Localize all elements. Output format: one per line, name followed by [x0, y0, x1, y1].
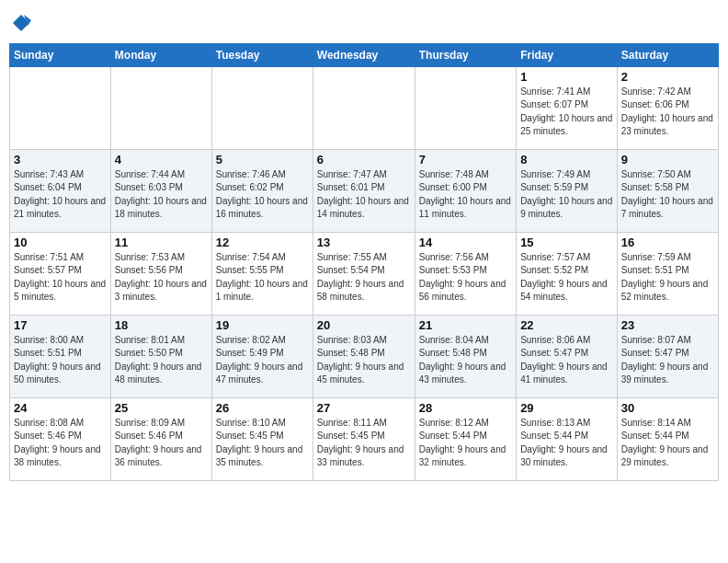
- week-row-1: 1Sunrise: 7:41 AM Sunset: 6:07 PM Daylig…: [10, 66, 719, 149]
- day-number: 15: [520, 236, 613, 249]
- logo: [9, 13, 31, 38]
- calendar-cell: 7Sunrise: 7:48 AM Sunset: 6:00 PM Daylig…: [415, 149, 516, 232]
- day-info: Sunrise: 8:03 AM Sunset: 5:48 PM Dayligh…: [317, 334, 411, 387]
- day-info: Sunrise: 8:13 AM Sunset: 5:44 PM Dayligh…: [520, 417, 613, 470]
- day-info: Sunrise: 8:02 AM Sunset: 5:49 PM Dayligh…: [216, 334, 309, 387]
- calendar-cell: 25Sunrise: 8:09 AM Sunset: 5:46 PM Dayli…: [110, 397, 211, 480]
- day-number: 18: [115, 318, 208, 332]
- calendar-cell: 18Sunrise: 8:01 AM Sunset: 5:50 PM Dayli…: [110, 315, 211, 397]
- calendar-cell: 13Sunrise: 7:55 AM Sunset: 5:54 PM Dayli…: [313, 232, 415, 315]
- day-number: 9: [621, 153, 714, 167]
- day-info: Sunrise: 8:12 AM Sunset: 5:44 PM Dayligh…: [419, 417, 512, 470]
- week-row-4: 17Sunrise: 8:00 AM Sunset: 5:51 PM Dayli…: [10, 315, 719, 397]
- calendar-cell: 11Sunrise: 7:53 AM Sunset: 5:56 PM Dayli…: [110, 232, 211, 315]
- day-info: Sunrise: 8:07 AM Sunset: 5:47 PM Dayligh…: [621, 334, 714, 387]
- day-info: Sunrise: 8:09 AM Sunset: 5:46 PM Dayligh…: [115, 417, 208, 470]
- day-number: 16: [621, 236, 714, 249]
- calendar-cell: 4Sunrise: 7:44 AM Sunset: 6:03 PM Daylig…: [110, 149, 211, 232]
- week-row-5: 24Sunrise: 8:08 AM Sunset: 5:46 PM Dayli…: [10, 397, 719, 480]
- calendar-cell: 17Sunrise: 8:00 AM Sunset: 5:51 PM Dayli…: [10, 315, 111, 397]
- day-info: Sunrise: 8:01 AM Sunset: 5:50 PM Dayligh…: [115, 334, 208, 387]
- day-info: Sunrise: 7:46 AM Sunset: 6:02 PM Dayligh…: [216, 168, 309, 222]
- weekday-header-row: SundayMondayTuesdayWednesdayThursdayFrid…: [10, 43, 719, 66]
- day-info: Sunrise: 7:48 AM Sunset: 6:00 PM Dayligh…: [419, 168, 512, 222]
- calendar-cell: 2Sunrise: 7:42 AM Sunset: 6:06 PM Daylig…: [617, 66, 718, 149]
- day-number: 5: [216, 153, 309, 167]
- day-info: Sunrise: 7:41 AM Sunset: 6:07 PM Dayligh…: [520, 86, 613, 139]
- calendar-cell: 27Sunrise: 8:11 AM Sunset: 5:45 PM Dayli…: [313, 397, 415, 480]
- day-info: Sunrise: 8:04 AM Sunset: 5:48 PM Dayligh…: [419, 334, 512, 387]
- weekday-header-thursday: Thursday: [415, 43, 516, 66]
- calendar-cell: 9Sunrise: 7:50 AM Sunset: 5:58 PM Daylig…: [617, 149, 718, 232]
- week-row-2: 3Sunrise: 7:43 AM Sunset: 6:04 PM Daylig…: [10, 149, 719, 232]
- day-info: Sunrise: 8:08 AM Sunset: 5:46 PM Dayligh…: [14, 417, 107, 470]
- logo-icon: [11, 13, 31, 33]
- calendar-cell: 8Sunrise: 7:49 AM Sunset: 5:59 PM Daylig…: [517, 149, 618, 232]
- calendar-cell: 22Sunrise: 8:06 AM Sunset: 5:47 PM Dayli…: [517, 315, 618, 397]
- calendar-cell: 5Sunrise: 7:46 AM Sunset: 6:02 PM Daylig…: [211, 149, 313, 232]
- day-info: Sunrise: 7:51 AM Sunset: 5:57 PM Dayligh…: [14, 251, 107, 304]
- calendar-cell: 29Sunrise: 8:13 AM Sunset: 5:44 PM Dayli…: [517, 397, 618, 480]
- day-number: 26: [216, 401, 309, 415]
- day-info: Sunrise: 8:10 AM Sunset: 5:45 PM Dayligh…: [216, 417, 309, 470]
- calendar-cell: 23Sunrise: 8:07 AM Sunset: 5:47 PM Dayli…: [617, 315, 718, 397]
- day-number: 8: [520, 153, 613, 167]
- day-number: 2: [621, 70, 714, 84]
- calendar-cell: [313, 66, 415, 149]
- calendar-cell: 14Sunrise: 7:56 AM Sunset: 5:53 PM Dayli…: [415, 232, 516, 315]
- day-info: Sunrise: 7:50 AM Sunset: 5:58 PM Dayligh…: [621, 168, 714, 222]
- calendar-table: SundayMondayTuesdayWednesdayThursdayFrid…: [9, 43, 719, 481]
- weekday-header-friday: Friday: [517, 43, 618, 66]
- calendar-cell: 12Sunrise: 7:54 AM Sunset: 5:55 PM Dayli…: [211, 232, 313, 315]
- calendar-cell: 24Sunrise: 8:08 AM Sunset: 5:46 PM Dayli…: [10, 397, 111, 480]
- day-number: 17: [14, 318, 107, 332]
- day-info: Sunrise: 7:59 AM Sunset: 5:51 PM Dayligh…: [621, 251, 714, 304]
- calendar-cell: 6Sunrise: 7:47 AM Sunset: 6:01 PM Daylig…: [313, 149, 415, 232]
- day-number: 27: [317, 401, 411, 415]
- calendar-cell: [10, 66, 111, 149]
- day-number: 14: [419, 236, 512, 249]
- day-number: 10: [14, 236, 107, 249]
- day-number: 6: [317, 153, 411, 167]
- weekday-header-saturday: Saturday: [617, 43, 718, 66]
- calendar-cell: 21Sunrise: 8:04 AM Sunset: 5:48 PM Dayli…: [415, 315, 516, 397]
- day-info: Sunrise: 8:00 AM Sunset: 5:51 PM Dayligh…: [14, 334, 107, 387]
- calendar-cell: 10Sunrise: 7:51 AM Sunset: 5:57 PM Dayli…: [10, 232, 111, 315]
- calendar-cell: [211, 66, 313, 149]
- calendar-cell: 19Sunrise: 8:02 AM Sunset: 5:49 PM Dayli…: [211, 315, 313, 397]
- calendar-cell: [110, 66, 211, 149]
- page-header: [9, 9, 719, 38]
- calendar-cell: 3Sunrise: 7:43 AM Sunset: 6:04 PM Daylig…: [10, 149, 111, 232]
- calendar-cell: 16Sunrise: 7:59 AM Sunset: 5:51 PM Dayli…: [617, 232, 718, 315]
- day-info: Sunrise: 7:56 AM Sunset: 5:53 PM Dayligh…: [419, 251, 512, 304]
- calendar-cell: 28Sunrise: 8:12 AM Sunset: 5:44 PM Dayli…: [415, 397, 516, 480]
- day-number: 7: [419, 153, 512, 167]
- calendar-cell: 15Sunrise: 7:57 AM Sunset: 5:52 PM Dayli…: [517, 232, 618, 315]
- day-number: 21: [419, 318, 512, 332]
- day-number: 12: [216, 236, 309, 249]
- day-info: Sunrise: 7:54 AM Sunset: 5:55 PM Dayligh…: [216, 251, 309, 304]
- day-number: 1: [520, 70, 613, 84]
- calendar-cell: 1Sunrise: 7:41 AM Sunset: 6:07 PM Daylig…: [517, 66, 618, 149]
- weekday-header-sunday: Sunday: [10, 43, 111, 66]
- day-info: Sunrise: 8:06 AM Sunset: 5:47 PM Dayligh…: [520, 334, 613, 387]
- day-number: 3: [14, 153, 107, 167]
- day-number: 24: [14, 401, 107, 415]
- weekday-header-wednesday: Wednesday: [313, 43, 415, 66]
- calendar-cell: 30Sunrise: 8:14 AM Sunset: 5:44 PM Dayli…: [617, 397, 718, 480]
- day-info: Sunrise: 7:44 AM Sunset: 6:03 PM Dayligh…: [115, 168, 208, 222]
- weekday-header-tuesday: Tuesday: [211, 43, 313, 66]
- day-number: 11: [115, 236, 208, 249]
- day-number: 19: [216, 318, 309, 332]
- day-info: Sunrise: 7:55 AM Sunset: 5:54 PM Dayligh…: [317, 251, 411, 304]
- calendar-cell: [415, 66, 516, 149]
- day-info: Sunrise: 7:43 AM Sunset: 6:04 PM Dayligh…: [14, 168, 107, 222]
- day-info: Sunrise: 7:42 AM Sunset: 6:06 PM Dayligh…: [621, 86, 714, 139]
- day-number: 29: [520, 401, 613, 415]
- day-number: 23: [621, 318, 714, 332]
- calendar-cell: 20Sunrise: 8:03 AM Sunset: 5:48 PM Dayli…: [313, 315, 415, 397]
- day-info: Sunrise: 8:11 AM Sunset: 5:45 PM Dayligh…: [317, 417, 411, 470]
- day-number: 22: [520, 318, 613, 332]
- day-info: Sunrise: 8:14 AM Sunset: 5:44 PM Dayligh…: [621, 417, 714, 470]
- weekday-header-monday: Monday: [110, 43, 211, 66]
